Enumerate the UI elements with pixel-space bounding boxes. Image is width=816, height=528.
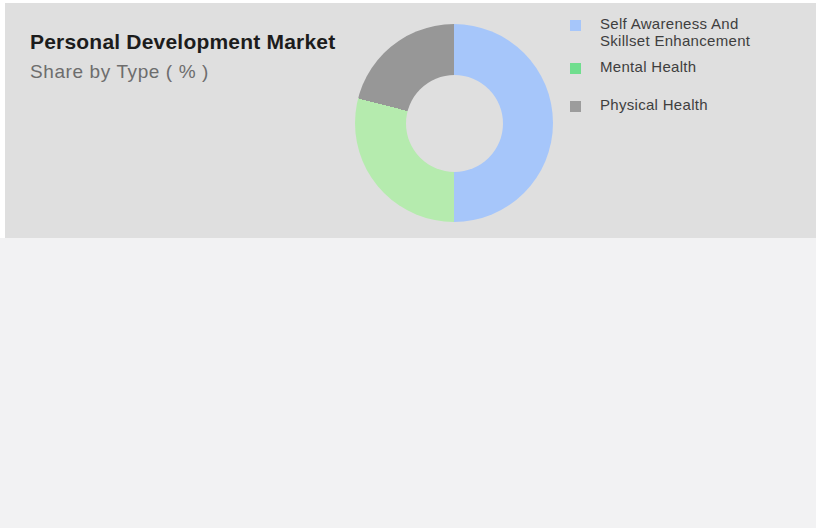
legend-swatch-icon [570,20,581,31]
donut-chart [355,24,553,222]
legend-item: Mental Health [570,59,696,76]
page-title: Personal Development Market [30,30,335,54]
bar-chart-section: 2019202020212022202320242025202620272028… [0,238,816,528]
legend-swatch-icon [570,101,581,112]
donut-hole [406,75,503,172]
header-panel: Personal Development Market Share by Typ… [5,3,816,238]
legend-item: Physical Health [570,97,708,114]
legend-label: Mental Health [600,59,696,76]
legend-swatch-icon [570,63,581,74]
legend-label: Physical Health [600,97,708,114]
page-subtitle: Share by Type ( % ) [30,61,209,83]
legend-item: Self Awareness And Skillset Enhancement [570,16,770,49]
infographic-page: Personal Development Market Share by Typ… [0,0,816,528]
legend-label: Self Awareness And Skillset Enhancement [600,16,770,49]
